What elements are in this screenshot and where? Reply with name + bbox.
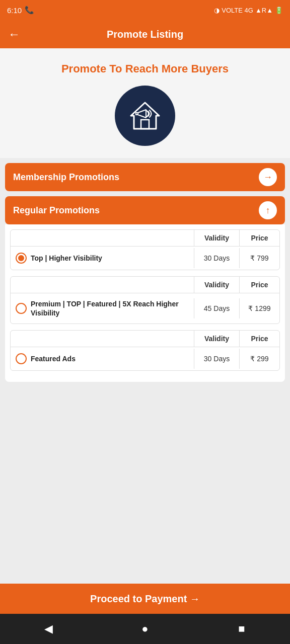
price-header-3: Price: [239, 331, 279, 347]
membership-promotions-btn[interactable]: Membership Promotions →: [5, 163, 285, 191]
promo-validity-featured: 30 Days: [194, 349, 239, 369]
promo-card-featured-body: Featured Ads 30 Days ₹ 299: [11, 347, 279, 370]
svg-rect-1: [141, 120, 149, 129]
header: ← Promote Listing: [0, 20, 290, 48]
regular-promotions-label: Regular Promotions: [13, 205, 100, 216]
promo-card-premium-header: Validity Price: [11, 277, 279, 293]
status-left: 6:10 📞: [7, 6, 34, 15]
status-right: ◑ VOLTE 4G ▲R▲ 🔋: [214, 7, 283, 14]
price-header-1: Price: [239, 230, 279, 246]
promo-card-top-header: Validity Price: [11, 230, 279, 247]
promo-validity-premium: 45 Days: [194, 298, 239, 318]
nav-back-button[interactable]: ◀: [38, 619, 58, 639]
promo-card-premium-body: Premium | TOP | Featured | 5X Reach High…: [11, 293, 279, 324]
promo-title: Promote To Reach More Buyers: [61, 62, 229, 75]
nav-home-button[interactable]: ●: [135, 619, 155, 639]
promo-card-top-body: Top | Higher Visibility 30 Days ₹ 799: [11, 247, 279, 270]
promo-card-premium: Validity Price Premium | TOP | Featured …: [10, 276, 280, 324]
promo-price-featured: ₹ 299: [239, 349, 279, 369]
regular-arrow-icon: ↑: [259, 201, 277, 219]
nav-recents-button[interactable]: ■: [232, 619, 252, 639]
radio-top[interactable]: [16, 253, 27, 264]
battery-icon: 🔋: [275, 7, 283, 14]
promotions-area: Validity Price Top | Higher Visibility 3…: [5, 224, 285, 382]
radio-premium[interactable]: [16, 303, 27, 314]
phone-icon: 📞: [25, 6, 34, 15]
promo-name-premium: Premium | TOP | Featured | 5X Reach High…: [31, 299, 189, 317]
membership-promotions-label: Membership Promotions: [13, 172, 119, 183]
network-info: VOLTE 4G: [222, 7, 253, 14]
header-title: Promote Listing: [107, 29, 183, 40]
regular-promotions-btn[interactable]: Regular Promotions ↑: [5, 196, 285, 224]
signal-icon: ▲R▲: [255, 7, 273, 14]
membership-arrow-icon: →: [259, 168, 277, 186]
promo-name-featured: Featured Ads: [31, 354, 76, 363]
promo-validity-top: 30 Days: [194, 248, 239, 268]
brightness-icon: ◑: [214, 7, 220, 14]
promo-price-top: ₹ 799: [239, 248, 279, 268]
svg-rect-2: [136, 113, 138, 115]
promo-card-featured: Validity Price Featured Ads 30 Days ₹ 29…: [10, 330, 280, 371]
house-megaphone-svg: [127, 98, 163, 134]
promo-card-top: Validity Price Top | Higher Visibility 3…: [10, 229, 280, 270]
status-time: 6:10: [7, 6, 22, 15]
price-header-2: Price: [239, 277, 279, 293]
svg-marker-0: [131, 103, 159, 129]
promo-name-top: Top | Higher Visibility: [31, 254, 102, 263]
validity-header-2: Validity: [194, 277, 239, 293]
main-content: Promote To Reach More Buyers Membership …: [0, 48, 290, 644]
promo-hero: Promote To Reach More Buyers: [0, 48, 290, 158]
promo-price-premium: ₹ 1299: [239, 298, 279, 318]
proceed-to-payment-button[interactable]: Proceed to Payment →: [0, 584, 290, 614]
nav-bar: ◀ ● ■: [0, 614, 290, 644]
radio-featured[interactable]: [16, 353, 27, 364]
promo-card-featured-header: Validity Price: [11, 331, 279, 347]
promo-icon: [115, 86, 175, 146]
validity-header-1: Validity: [194, 230, 239, 246]
validity-header-3: Validity: [194, 331, 239, 347]
back-button[interactable]: ←: [8, 27, 20, 41]
status-bar: 6:10 📞 ◑ VOLTE 4G ▲R▲ 🔋: [0, 0, 290, 20]
